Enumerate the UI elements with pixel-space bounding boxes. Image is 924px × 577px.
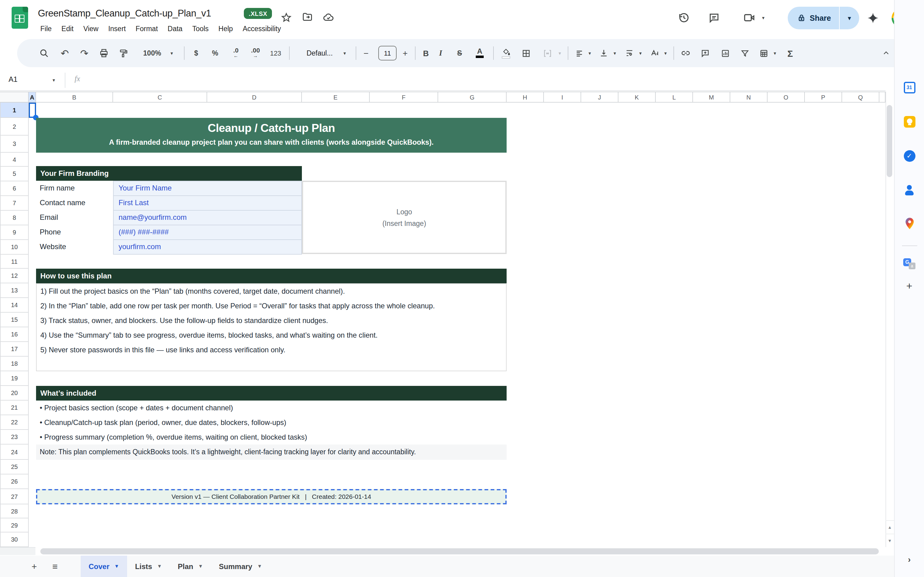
row-header-1[interactable]: 1 — [0, 103, 29, 118]
row-header-21[interactable]: 21 — [0, 401, 29, 415]
sheet-tab-lists[interactable]: Lists▼ — [127, 556, 170, 577]
branding-value-cell[interactable]: (###) ###-#### — [113, 225, 302, 240]
row-header-27[interactable]: 27 — [0, 489, 29, 504]
row-header-28[interactable]: 28 — [0, 504, 29, 518]
row-header-20[interactable]: 20 — [0, 386, 29, 401]
share-caret-icon[interactable]: ▼ — [840, 15, 859, 21]
text-color-button[interactable]: A — [476, 39, 484, 67]
row-header-4[interactable]: 4 — [0, 153, 29, 167]
row-header-29[interactable]: 29 — [0, 518, 29, 532]
sheet-tab-caret-icon[interactable]: ▼ — [157, 564, 162, 569]
column-header-d[interactable]: D — [207, 92, 302, 103]
tasks-icon[interactable]: ✓ — [903, 149, 916, 163]
name-box[interactable]: A1 — [8, 75, 18, 84]
scroll-down-button[interactable]: ▼ — [885, 533, 894, 547]
column-header-p[interactable]: P — [805, 92, 842, 103]
undo-icon[interactable]: ↶ — [61, 39, 69, 67]
italic-button[interactable]: I — [439, 39, 442, 67]
text-wrap-caret-icon[interactable]: ▾ — [639, 39, 642, 67]
scroll-up-button[interactable]: ▲ — [885, 520, 894, 533]
contacts-icon[interactable] — [903, 183, 916, 197]
horizontal-scrollbar-thumb[interactable] — [40, 548, 879, 554]
row-header-14[interactable]: 14 — [0, 298, 29, 313]
column-header-o[interactable]: O — [767, 92, 805, 103]
menu-format[interactable]: Format — [131, 23, 163, 35]
print-icon[interactable] — [99, 39, 109, 67]
menu-tools[interactable]: Tools — [187, 23, 213, 35]
font-size-input[interactable]: 11 — [378, 39, 397, 67]
cloud-status-icon[interactable] — [321, 10, 335, 24]
column-header-h[interactable]: H — [507, 92, 544, 103]
row-header-19[interactable]: 19 — [0, 371, 29, 386]
star-icon[interactable] — [279, 10, 293, 24]
fx-icon[interactable]: fx — [74, 74, 80, 84]
sheet-tab-caret-icon[interactable]: ▼ — [114, 564, 119, 569]
row-header-7[interactable]: 7 — [0, 196, 29, 211]
column-header-n[interactable]: N — [730, 92, 767, 103]
column-header-a[interactable]: A — [29, 92, 36, 103]
branding-value-cell[interactable]: Your Firm Name — [113, 181, 302, 196]
row-header-25[interactable]: 25 — [0, 460, 29, 474]
row-header-5[interactable]: 5 — [0, 167, 29, 181]
show-side-panel-icon[interactable]: › — [908, 554, 911, 564]
column-header-f[interactable]: F — [370, 92, 438, 103]
column-header-b[interactable]: B — [36, 92, 113, 103]
insert-comment-icon[interactable] — [701, 39, 710, 67]
gemini-icon[interactable] — [865, 10, 880, 25]
row-header-9[interactable]: 9 — [0, 225, 29, 240]
create-filter-icon[interactable] — [740, 39, 750, 67]
column-header-l[interactable]: L — [656, 92, 693, 103]
column-header-q[interactable]: Q — [842, 92, 879, 103]
menu-insert[interactable]: Insert — [103, 23, 131, 35]
redo-icon[interactable]: ↷ — [80, 39, 89, 67]
column-header-j[interactable]: J — [581, 92, 619, 103]
row-header-13[interactable]: 13 — [0, 283, 29, 298]
zoom-caret-icon[interactable]: ▾ — [171, 39, 173, 67]
merge-caret-icon[interactable]: ▾ — [559, 39, 561, 67]
collapse-toolbar-icon[interactable] — [882, 39, 890, 67]
translate-icon[interactable]: Ga — [903, 256, 916, 270]
table-views-caret-icon[interactable]: ▾ — [774, 39, 776, 67]
sheet-tab-caret-icon[interactable]: ▼ — [257, 564, 262, 569]
strikethrough-button[interactable]: S — [457, 39, 462, 67]
text-rotation-caret-icon[interactable]: ▾ — [664, 39, 667, 67]
vertical-align-button[interactable] — [599, 39, 608, 67]
row-header-11[interactable]: 11 — [0, 255, 29, 269]
sheets-logo-icon[interactable] — [11, 7, 28, 29]
menu-help[interactable]: Help — [213, 23, 238, 35]
insert-link-icon[interactable] — [681, 39, 691, 67]
sheet-tab-summary[interactable]: Summary▼ — [211, 556, 270, 577]
font-caret-icon[interactable]: ▾ — [343, 39, 346, 67]
video-call-icon[interactable] — [742, 10, 756, 25]
merge-cells-button[interactable] — [543, 39, 552, 67]
row-header-23[interactable]: 23 — [0, 430, 29, 445]
horizontal-align-button[interactable] — [575, 39, 584, 67]
logo-placeholder[interactable]: Logo (Insert Image) — [302, 181, 507, 254]
all-sheets-button[interactable]: ≡ — [45, 561, 65, 572]
menu-file[interactable]: File — [36, 23, 57, 35]
row-header-18[interactable]: 18 — [0, 356, 29, 371]
share-button[interactable]: Share ▼ — [788, 7, 859, 29]
column-header-g[interactable]: G — [438, 92, 507, 103]
row-header-8[interactable]: 8 — [0, 211, 29, 225]
increase-decimals-button[interactable]: .00→ — [251, 39, 260, 67]
column-header-i[interactable]: I — [544, 92, 581, 103]
text-wrap-button[interactable] — [625, 39, 634, 67]
column-header-c[interactable]: C — [113, 92, 207, 103]
insert-chart-icon[interactable] — [721, 39, 730, 67]
select-all-corner[interactable] — [0, 92, 29, 103]
menu-accessibility[interactable]: Accessibility — [238, 23, 286, 35]
sheet-tab-caret-icon[interactable]: ▼ — [198, 564, 203, 569]
decrease-font-size-button[interactable]: − — [363, 39, 368, 67]
decrease-decimals-button[interactable]: .0← — [233, 39, 239, 67]
zoom-select[interactable]: 100% — [143, 39, 162, 67]
row-header-2[interactable]: 2 — [0, 118, 29, 135]
row-header-26[interactable]: 26 — [0, 474, 29, 489]
get-addons-icon[interactable]: + — [903, 280, 916, 293]
sheet-canvas[interactable]: Cleanup / Catch-up Plan A firm-branded c… — [29, 103, 885, 547]
horizontal-align-caret-icon[interactable]: ▾ — [588, 39, 591, 67]
calendar-icon[interactable]: 31 — [903, 81, 916, 94]
more-formats-button[interactable]: 123 — [270, 39, 281, 67]
row-header-30[interactable]: 30 — [0, 532, 29, 547]
sheet-tab-plan[interactable]: Plan▼ — [170, 556, 211, 577]
